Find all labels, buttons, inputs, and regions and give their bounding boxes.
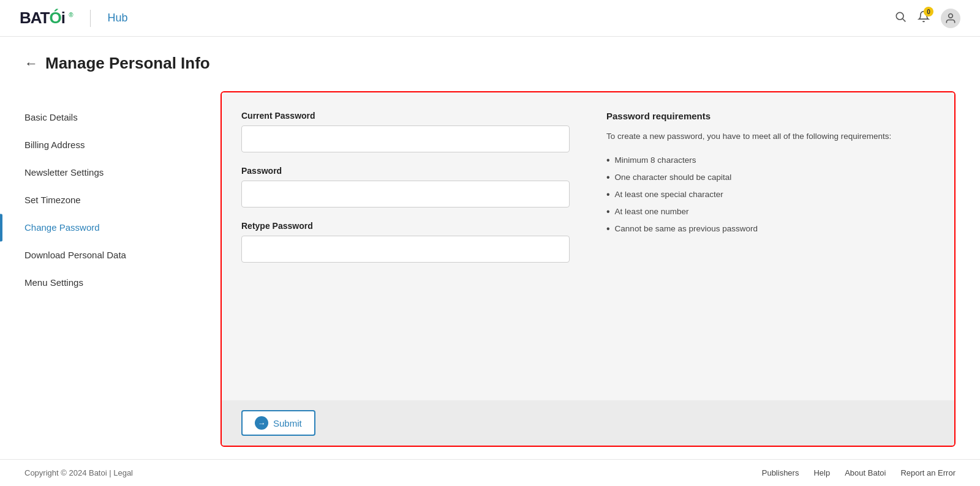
- footer-link-help[interactable]: Help: [813, 468, 830, 477]
- footer-link-report-error[interactable]: Report an Error: [900, 468, 956, 477]
- password-requirements: Password requirements To create a new pa…: [594, 111, 935, 388]
- sidebar-item-set-timezone[interactable]: Set Timezone: [24, 186, 221, 214]
- requirement-item: Minimum 8 characters: [606, 152, 935, 169]
- requirement-item: Cannot be same as previous password: [606, 220, 935, 237]
- svg-line-1: [903, 19, 906, 22]
- footer-links: Publishers Help About Batoi Report an Er…: [762, 468, 956, 477]
- page-title-bar: ← Manage Personal Info: [0, 37, 980, 79]
- copyright-text: Copyright © 2024 Batoi | Legal: [24, 468, 133, 477]
- page-title: Manage Personal Info: [45, 54, 210, 73]
- password-group: Password: [241, 166, 570, 207]
- current-password-label: Current Password: [241, 111, 570, 121]
- current-password-group: Current Password: [241, 111, 570, 152]
- sidebar-item-basic-details[interactable]: Basic Details: [24, 103, 221, 131]
- back-arrow[interactable]: ←: [24, 56, 38, 72]
- notification-badge: 0: [924, 7, 933, 17]
- sidebar-item-download-personal-data[interactable]: Download Personal Data: [24, 241, 221, 269]
- current-password-input[interactable]: [241, 125, 570, 152]
- svg-point-0: [896, 12, 903, 20]
- svg-point-2: [949, 13, 953, 18]
- submit-button[interactable]: → Submit: [241, 410, 315, 436]
- requirement-item: At least one special character: [606, 186, 935, 203]
- header: BATÓi ® Hub 0: [0, 0, 980, 37]
- password-label: Password: [241, 166, 570, 176]
- change-password-form-area: Current Password Password Retype Passwor…: [221, 91, 956, 447]
- sidebar: Basic Details Billing Address Newsletter…: [24, 91, 221, 447]
- submit-arrow-icon: →: [255, 416, 268, 430]
- form-fields: Current Password Password Retype Passwor…: [241, 111, 570, 388]
- page-title-container: ← Manage Personal Info: [24, 54, 956, 73]
- requirements-title: Password requirements: [606, 111, 935, 121]
- main-content: Basic Details Billing Address Newsletter…: [0, 79, 980, 459]
- search-icon[interactable]: [894, 10, 907, 26]
- form-footer: → Submit: [222, 400, 954, 446]
- form-inner: Current Password Password Retype Passwor…: [222, 92, 954, 400]
- footer-copyright: Copyright © 2024 Batoi | Legal: [24, 468, 133, 477]
- retype-password-group: Retype Password: [241, 221, 570, 263]
- sidebar-item-change-password[interactable]: Change Password: [24, 214, 221, 241]
- footer-link-about-batoi[interactable]: About Batoi: [845, 468, 886, 477]
- header-divider: [90, 10, 91, 27]
- requirements-list: Minimum 8 characters One character shoul…: [606, 152, 935, 237]
- sidebar-item-newsletter-settings[interactable]: Newsletter Settings: [24, 159, 221, 186]
- logo[interactable]: BATÓi ®: [20, 9, 73, 28]
- requirements-description: To create a new password, you have to me…: [606, 130, 935, 143]
- retype-password-label: Retype Password: [241, 221, 570, 231]
- sidebar-item-menu-settings[interactable]: Menu Settings: [24, 269, 221, 296]
- notification-icon[interactable]: 0: [918, 10, 930, 26]
- password-input[interactable]: [241, 181, 570, 207]
- user-avatar[interactable]: [941, 9, 960, 28]
- footer-link-publishers[interactable]: Publishers: [762, 468, 799, 477]
- requirement-item: One character should be capital: [606, 169, 935, 186]
- logo-area: BATÓi ® Hub: [20, 9, 128, 28]
- header-actions: 0: [894, 9, 960, 28]
- hub-label: Hub: [108, 12, 128, 24]
- sidebar-item-billing-address[interactable]: Billing Address: [24, 131, 221, 159]
- retype-password-input[interactable]: [241, 236, 570, 263]
- requirement-item: At least one number: [606, 203, 935, 220]
- footer: Copyright © 2024 Batoi | Legal Publisher…: [0, 459, 980, 486]
- submit-label: Submit: [273, 418, 302, 428]
